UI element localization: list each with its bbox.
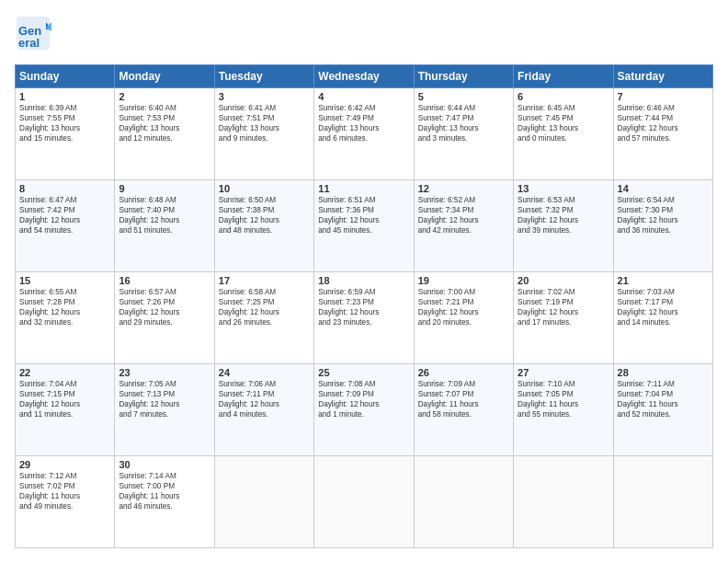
calendar-cell: 14Sunrise: 6:54 AM Sunset: 7:30 PM Dayli… [613, 180, 712, 272]
calendar-cell: 27Sunrise: 7:10 AM Sunset: 7:05 PM Dayli… [514, 364, 613, 456]
cell-info: Sunrise: 7:08 AM Sunset: 7:09 PM Dayligh… [318, 379, 409, 419]
logo: Gen eral [15, 15, 55, 55]
cell-info: Sunrise: 7:02 AM Sunset: 7:19 PM Dayligh… [518, 287, 609, 327]
col-header-saturday: Saturday [613, 65, 712, 88]
day-number: 7 [618, 91, 709, 102]
day-number: 26 [418, 367, 509, 378]
day-number: 23 [119, 367, 210, 378]
day-number: 14 [618, 183, 709, 194]
cell-info: Sunrise: 6:42 AM Sunset: 7:49 PM Dayligh… [318, 103, 409, 144]
cell-info: Sunrise: 6:48 AM Sunset: 7:40 PM Dayligh… [119, 195, 210, 236]
cell-info: Sunrise: 6:45 AM Sunset: 7:45 PM Dayligh… [518, 103, 609, 144]
day-number: 3 [219, 91, 310, 102]
calendar-cell [414, 456, 513, 548]
day-number: 11 [318, 183, 409, 194]
calendar-cell: 20Sunrise: 7:02 AM Sunset: 7:19 PM Dayli… [514, 272, 613, 364]
calendar-cell [214, 456, 313, 548]
day-number: 18 [318, 275, 409, 286]
cell-info: Sunrise: 6:51 AM Sunset: 7:36 PM Dayligh… [318, 195, 409, 236]
cell-info: Sunrise: 6:57 AM Sunset: 7:26 PM Dayligh… [119, 287, 210, 327]
calendar-cell: 13Sunrise: 6:53 AM Sunset: 7:32 PM Dayli… [514, 180, 613, 272]
calendar-cell: 18Sunrise: 6:59 AM Sunset: 7:23 PM Dayli… [314, 272, 414, 364]
cell-info: Sunrise: 6:52 AM Sunset: 7:34 PM Dayligh… [418, 195, 509, 236]
day-number: 10 [219, 183, 310, 194]
cell-info: Sunrise: 7:14 AM Sunset: 7:00 PM Dayligh… [119, 471, 210, 511]
calendar-cell: 25Sunrise: 7:08 AM Sunset: 7:09 PM Dayli… [314, 364, 414, 456]
calendar-cell [314, 456, 414, 548]
cell-info: Sunrise: 7:00 AM Sunset: 7:21 PM Dayligh… [418, 287, 509, 327]
calendar-row: 8Sunrise: 6:47 AM Sunset: 7:42 PM Daylig… [16, 180, 713, 272]
cell-info: Sunrise: 7:12 AM Sunset: 7:02 PM Dayligh… [19, 471, 110, 511]
day-number: 4 [318, 91, 409, 102]
day-number: 27 [518, 367, 609, 378]
day-number: 22 [19, 367, 110, 378]
logo-icon: Gen eral [15, 15, 51, 52]
cell-info: Sunrise: 6:54 AM Sunset: 7:30 PM Dayligh… [618, 195, 709, 236]
calendar-cell: 9Sunrise: 6:48 AM Sunset: 7:40 PM Daylig… [115, 180, 214, 272]
cell-info: Sunrise: 7:09 AM Sunset: 7:07 PM Dayligh… [418, 379, 509, 419]
calendar-cell: 4Sunrise: 6:42 AM Sunset: 7:49 PM Daylig… [314, 88, 414, 180]
calendar-row: 15Sunrise: 6:55 AM Sunset: 7:28 PM Dayli… [16, 272, 713, 364]
cell-info: Sunrise: 7:11 AM Sunset: 7:04 PM Dayligh… [618, 379, 709, 419]
calendar-cell: 7Sunrise: 6:46 AM Sunset: 7:44 PM Daylig… [613, 88, 712, 180]
cell-info: Sunrise: 7:05 AM Sunset: 7:13 PM Dayligh… [119, 379, 210, 419]
cell-info: Sunrise: 7:03 AM Sunset: 7:17 PM Dayligh… [618, 287, 709, 327]
day-number: 2 [119, 91, 210, 102]
day-number: 15 [19, 275, 110, 286]
cell-info: Sunrise: 7:04 AM Sunset: 7:15 PM Dayligh… [19, 379, 110, 419]
calendar-cell: 1Sunrise: 6:39 AM Sunset: 7:55 PM Daylig… [16, 88, 115, 180]
day-number: 12 [418, 183, 509, 194]
calendar-cell: 11Sunrise: 6:51 AM Sunset: 7:36 PM Dayli… [314, 180, 414, 272]
calendar-cell: 16Sunrise: 6:57 AM Sunset: 7:26 PM Dayli… [115, 272, 214, 364]
calendar-row: 29Sunrise: 7:12 AM Sunset: 7:02 PM Dayli… [16, 456, 713, 548]
svg-text:eral: eral [18, 36, 40, 50]
calendar-cell: 8Sunrise: 6:47 AM Sunset: 7:42 PM Daylig… [16, 180, 115, 272]
calendar-table: SundayMondayTuesdayWednesdayThursdayFrid… [15, 64, 713, 548]
cell-info: Sunrise: 7:06 AM Sunset: 7:11 PM Dayligh… [219, 379, 310, 419]
cell-info: Sunrise: 6:39 AM Sunset: 7:55 PM Dayligh… [19, 103, 110, 144]
day-number: 9 [119, 183, 210, 194]
cell-info: Sunrise: 6:58 AM Sunset: 7:25 PM Dayligh… [219, 287, 310, 327]
calendar-cell: 28Sunrise: 7:11 AM Sunset: 7:04 PM Dayli… [613, 364, 712, 456]
calendar-cell: 24Sunrise: 7:06 AM Sunset: 7:11 PM Dayli… [214, 364, 313, 456]
calendar-cell: 6Sunrise: 6:45 AM Sunset: 7:45 PM Daylig… [514, 88, 613, 180]
day-number: 13 [518, 183, 609, 194]
cell-info: Sunrise: 6:53 AM Sunset: 7:32 PM Dayligh… [518, 195, 609, 236]
day-number: 6 [518, 91, 609, 102]
calendar-cell: 5Sunrise: 6:44 AM Sunset: 7:47 PM Daylig… [414, 88, 513, 180]
day-number: 30 [119, 459, 210, 470]
calendar-cell: 29Sunrise: 7:12 AM Sunset: 7:02 PM Dayli… [16, 456, 115, 548]
col-header-sunday: Sunday [16, 65, 115, 88]
page: Gen eral SundayMondayTuesdayWednesdayThu… [0, 0, 728, 563]
cell-info: Sunrise: 6:46 AM Sunset: 7:44 PM Dayligh… [618, 103, 709, 144]
col-header-friday: Friday [514, 65, 613, 88]
calendar-cell: 23Sunrise: 7:05 AM Sunset: 7:13 PM Dayli… [115, 364, 214, 456]
calendar-cell: 22Sunrise: 7:04 AM Sunset: 7:15 PM Dayli… [16, 364, 115, 456]
calendar-cell: 21Sunrise: 7:03 AM Sunset: 7:17 PM Dayli… [613, 272, 712, 364]
col-header-tuesday: Tuesday [214, 65, 313, 88]
day-number: 17 [219, 275, 310, 286]
calendar-cell: 19Sunrise: 7:00 AM Sunset: 7:21 PM Dayli… [414, 272, 513, 364]
cell-info: Sunrise: 6:50 AM Sunset: 7:38 PM Dayligh… [219, 195, 310, 236]
day-number: 21 [618, 275, 709, 286]
day-number: 29 [19, 459, 110, 470]
cell-info: Sunrise: 7:10 AM Sunset: 7:05 PM Dayligh… [518, 379, 609, 419]
cell-info: Sunrise: 6:59 AM Sunset: 7:23 PM Dayligh… [318, 287, 409, 327]
col-header-thursday: Thursday [414, 65, 513, 88]
calendar-cell: 26Sunrise: 7:09 AM Sunset: 7:07 PM Dayli… [414, 364, 513, 456]
col-header-wednesday: Wednesday [314, 65, 414, 88]
day-number: 24 [219, 367, 310, 378]
calendar-cell: 10Sunrise: 6:50 AM Sunset: 7:38 PM Dayli… [214, 180, 313, 272]
calendar-row: 22Sunrise: 7:04 AM Sunset: 7:15 PM Dayli… [16, 364, 713, 456]
col-header-monday: Monday [115, 65, 214, 88]
calendar-cell: 3Sunrise: 6:41 AM Sunset: 7:51 PM Daylig… [214, 88, 313, 180]
day-number: 19 [418, 275, 509, 286]
cell-info: Sunrise: 6:47 AM Sunset: 7:42 PM Dayligh… [19, 195, 110, 236]
day-number: 25 [318, 367, 409, 378]
calendar-cell: 17Sunrise: 6:58 AM Sunset: 7:25 PM Dayli… [214, 272, 313, 364]
calendar-cell [514, 456, 613, 548]
calendar-cell: 12Sunrise: 6:52 AM Sunset: 7:34 PM Dayli… [414, 180, 513, 272]
calendar-cell [613, 456, 712, 548]
day-number: 5 [418, 91, 509, 102]
day-number: 28 [618, 367, 709, 378]
